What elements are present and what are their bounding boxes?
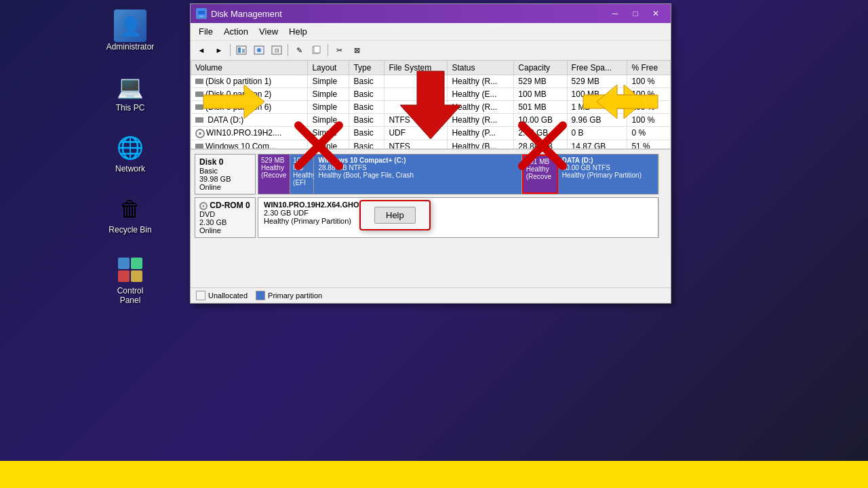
table-row[interactable]: (Disk 0 partition 2) Simple Basic Health… [191,88,671,101]
cell-pct: 100 % [627,88,671,101]
svg-rect-3 [131,270,142,282]
table-row[interactable]: (Disk 0 partition 1) Simple Basic Health… [191,75,671,88]
table-row[interactable]: Windows 10 Com... Simple Basic NTFS Heal… [191,140,671,148]
cell-status: Healthy (R... [448,101,514,114]
toolbar-sep1 [230,44,231,56]
toolbar-btn6[interactable]: ✎ [291,43,307,58]
disk0-scrollbar[interactable] [658,154,667,195]
col-layout[interactable]: Layout [308,61,349,75]
cdrom0-type: DVD [199,210,251,218]
recycle-icon-img: 🗑 [114,192,146,225]
toolbar-btn3[interactable] [233,43,250,58]
menu-file[interactable]: File [193,24,218,39]
cell-status: Healthy (B... [448,140,514,148]
minimize-button[interactable]: ─ [606,6,625,21]
toolbar-btn7[interactable] [309,43,325,58]
svg-rect-8 [238,47,241,53]
svg-text:⊡: ⊡ [275,47,279,54]
toolbar-btn9[interactable]: ⊠ [349,43,365,58]
cell-capacity: 100 MB [514,88,567,101]
volume-table-container[interactable]: Volume Layout Type File System Status Ca… [191,60,671,148]
legend-unallocated: Unallocated [196,291,248,300]
network-icon-img: 🌐 [114,131,146,164]
cdrom0-info: CD-ROM 0 DVD 2.30 GB Online [195,197,256,238]
cell-free: 1 MB [567,101,627,114]
cell-layout: Simple [308,101,349,114]
cell-volume: WIN10.PRO.19H2.... [191,127,308,140]
cdrom0-label: WIN10.PRO.19H2.X64.GHOSTSPECTRE (M:) [264,201,652,209]
cell-free: 9.96 GB [567,114,627,127]
back-button[interactable]: ◄ [193,43,210,58]
cdrom0-status: Online [199,226,251,235]
thispc-icon-img: 💻 [114,70,146,103]
partition-recovery1[interactable]: 529 MB Healthy (Recove [258,155,290,194]
col-volume[interactable]: Volume [191,61,308,75]
disk0-size: 39.98 GB [199,175,251,183]
cdrom0-health: Healthy (Primary Partition) [264,217,652,225]
control-icon-label: Control Panel [106,286,155,305]
legend-unallocated-label: Unallocated [208,291,248,300]
partition-efi[interactable]: 100 MB Healthy (EFI [290,155,314,194]
cell-type: Basic [349,101,384,114]
col-filesystem[interactable]: File System [384,61,448,75]
col-pctfree[interactable]: % Free [627,61,671,75]
disk0-row: Disk 0 Basic 39.98 GB Online 529 MB Heal… [195,154,667,195]
desktop-icon-administrator[interactable]: 👤 Administrator [103,7,157,54]
menubar: File Action View Help [191,23,671,41]
cell-free: 529 MB [567,75,627,88]
col-freespace[interactable]: Free Spa... [567,61,627,75]
table-row[interactable]: DATA (D:) Simple Basic NTFS Healthy (R..… [191,114,671,127]
cell-layout: Simple [308,140,349,148]
cell-type: Basic [349,140,384,148]
cell-type: Basic [349,114,384,127]
toolbar-btn4[interactable] [251,43,267,58]
svg-point-11 [257,48,261,52]
forward-button[interactable]: ► [211,43,227,58]
cell-free: 14.87 GB [567,140,627,148]
disk0-status: Online [199,183,251,191]
cell-status: Healthy (P... [448,127,514,140]
cell-capacity: 28.88 GB [514,140,567,148]
window-app-icon [196,8,207,19]
titlebar-left: Disk Management [196,8,282,19]
partition-system-c[interactable]: Windows 10 Compact+ (C:) 28.88 GB NTFS H… [314,155,521,194]
cell-pct: 100 % [627,114,671,127]
help-popup: Help [359,200,431,230]
desktop-icon-recycle[interactable]: 🗑 Recycle Bin [103,190,157,237]
desktop: 👤 Administrator 💻 This PC 🌐 Network 🗑 Re… [0,0,868,461]
disk-visual-area[interactable]: Disk 0 Basic 39.98 GB Online 529 MB Heal… [191,148,671,287]
col-capacity[interactable]: Capacity [514,61,567,75]
table-row[interactable]: WIN10.PRO.19H2.... Simple Basic UDF Heal… [191,127,671,140]
cell-type: Basic [349,127,384,140]
menu-action[interactable]: Action [218,24,254,39]
close-button[interactable]: ✕ [646,6,665,21]
desktop-icon-thispc[interactable]: 💻 This PC [103,68,157,115]
cdrom0-partition[interactable]: WIN10.PRO.19H2.X64.GHOSTSPECTRE (M:) 2.3… [258,197,658,238]
disk0-info: Disk 0 Basic 39.98 GB Online [195,154,256,195]
maximize-button[interactable]: □ [626,6,645,21]
partition-recovery2[interactable]: 501 MB Healthy (Recove [522,155,558,194]
partition-data-d[interactable]: DATA (D:) 10.00 GB NTFS Healthy (Primary… [558,155,658,194]
toolbar-btn8[interactable]: ✂ [331,43,347,58]
toolbar-btn5[interactable]: ⊡ [269,43,285,58]
cell-pct: 100 % [627,75,671,88]
cell-free: 100 MB [567,88,627,101]
cdrom0-scrollbar[interactable] [658,197,667,238]
disk0-name: Disk 0 [199,157,251,167]
control-icon-img [114,253,146,286]
col-type[interactable]: Type [349,61,384,75]
table-row[interactable]: (Disk 0 partition 6) Simple Basic Health… [191,101,671,114]
menu-help[interactable]: Help [283,24,313,39]
cell-status: Healthy (E... [448,88,514,101]
cell-capacity: 10.00 GB [514,114,567,127]
help-button[interactable]: Help [374,207,416,224]
cell-volume: (Disk 0 partition 2) [191,88,308,101]
svg-rect-6 [199,16,203,17]
menu-view[interactable]: View [254,24,283,39]
col-status[interactable]: Status [448,61,514,75]
desktop-icon-network[interactable]: 🌐 Network [103,129,157,176]
window-titlebar: Disk Management ─ □ ✕ [191,4,671,23]
svg-rect-9 [242,49,245,53]
desktop-icon-control[interactable]: Control Panel [103,251,157,308]
cell-pct: 100 % [627,101,671,114]
